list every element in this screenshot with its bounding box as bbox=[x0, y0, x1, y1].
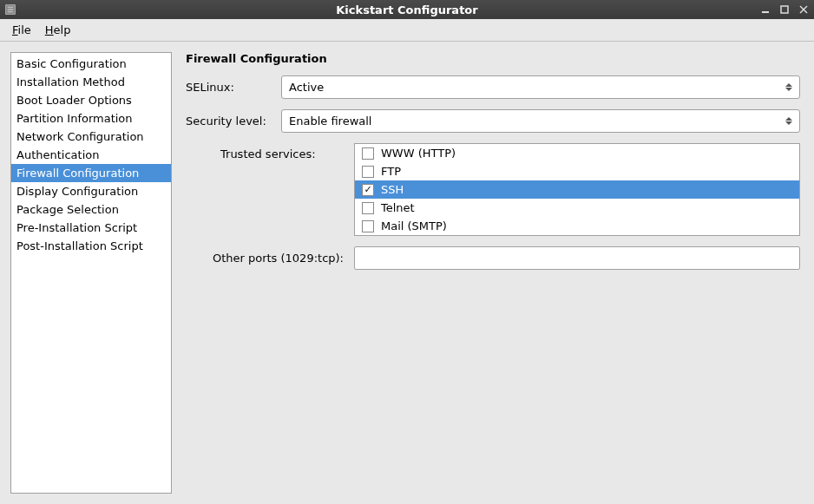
service-checkbox[interactable] bbox=[362, 184, 374, 196]
service-checkbox[interactable] bbox=[362, 147, 374, 160]
service-label: Mail (SMTP) bbox=[381, 219, 447, 232]
close-button[interactable] bbox=[797, 3, 811, 16]
security-level-select-wrap: Enable firewall bbox=[281, 109, 800, 133]
content: Basic ConfigurationInstallation MethodBo… bbox=[0, 42, 814, 504]
minimize-button[interactable] bbox=[758, 3, 772, 16]
service-checkbox[interactable] bbox=[362, 202, 374, 214]
window-title: Kickstart Configurator bbox=[336, 3, 477, 16]
sidebar-item[interactable]: Network Configuration bbox=[11, 128, 171, 146]
other-ports-input[interactable] bbox=[354, 246, 800, 270]
menubar: File Help bbox=[0, 19, 814, 42]
service-item[interactable]: Telnet bbox=[355, 199, 799, 217]
service-label: WWW (HTTP) bbox=[381, 147, 456, 160]
menu-file[interactable]: File bbox=[5, 21, 38, 39]
sidebar-item[interactable]: Display Configuration bbox=[11, 182, 171, 200]
sidebar-item[interactable]: Post-Installation Script bbox=[11, 237, 171, 255]
trusted-services-row: Trusted services: WWW (HTTP)FTPSSHTelnet… bbox=[186, 143, 800, 236]
trusted-services-list: WWW (HTTP)FTPSSHTelnetMail (SMTP) bbox=[354, 143, 800, 236]
sidebar-item[interactable]: Pre-Installation Script bbox=[11, 219, 171, 237]
service-checkbox[interactable] bbox=[362, 166, 374, 178]
service-checkbox[interactable] bbox=[362, 220, 374, 232]
main-panel: Firewall Configuration SELinux: Active S… bbox=[182, 52, 804, 494]
sidebar-item[interactable]: Authentication bbox=[11, 146, 171, 164]
svg-rect-1 bbox=[8, 7, 14, 9]
service-item[interactable]: FTP bbox=[355, 162, 799, 180]
service-item[interactable]: WWW (HTTP) bbox=[355, 144, 799, 162]
service-label: SSH bbox=[381, 183, 404, 196]
service-item[interactable]: Mail (SMTP) bbox=[355, 217, 799, 235]
sidebar-item[interactable]: Boot Loader Options bbox=[11, 91, 171, 109]
selinux-select[interactable]: Active bbox=[281, 75, 800, 99]
sidebar-item[interactable]: Package Selection bbox=[11, 200, 171, 219]
maximize-button[interactable] bbox=[778, 3, 791, 16]
other-ports-row: Other ports (1029:tcp): bbox=[186, 246, 800, 270]
sidebar-item[interactable]: Installation Method bbox=[11, 73, 171, 91]
titlebar-controls bbox=[758, 0, 811, 19]
selinux-select-wrap: Active bbox=[281, 75, 800, 99]
service-label: FTP bbox=[381, 165, 401, 178]
service-label: Telnet bbox=[381, 201, 415, 214]
svg-rect-2 bbox=[8, 9, 14, 10]
svg-rect-3 bbox=[8, 11, 14, 13]
menu-help[interactable]: Help bbox=[38, 21, 78, 39]
sidebar-item[interactable]: Basic Configuration bbox=[11, 55, 171, 73]
svg-rect-4 bbox=[762, 11, 769, 13]
security-level-select[interactable]: Enable firewall bbox=[281, 109, 800, 133]
selinux-label: SELinux: bbox=[186, 81, 281, 94]
sidebar-item[interactable]: Partition Information bbox=[11, 109, 171, 128]
security-level-row: Security level: Enable firewall bbox=[186, 109, 800, 133]
titlebar: Kickstart Configurator bbox=[0, 0, 814, 19]
page-title: Firewall Configuration bbox=[186, 52, 800, 65]
selinux-row: SELinux: Active bbox=[186, 75, 800, 99]
other-ports-label: Other ports (1029:tcp): bbox=[186, 252, 354, 265]
sidebar: Basic ConfigurationInstallation MethodBo… bbox=[10, 52, 172, 494]
dropdown-spinner-icon bbox=[782, 114, 796, 129]
dropdown-spinner-icon bbox=[782, 80, 796, 95]
app-icon bbox=[3, 3, 17, 16]
service-item[interactable]: SSH bbox=[355, 180, 799, 199]
security-level-label: Security level: bbox=[186, 115, 281, 128]
trusted-services-label: Trusted services: bbox=[186, 143, 342, 160]
svg-rect-5 bbox=[781, 6, 788, 13]
sidebar-item[interactable]: Firewall Configuration bbox=[11, 164, 171, 182]
